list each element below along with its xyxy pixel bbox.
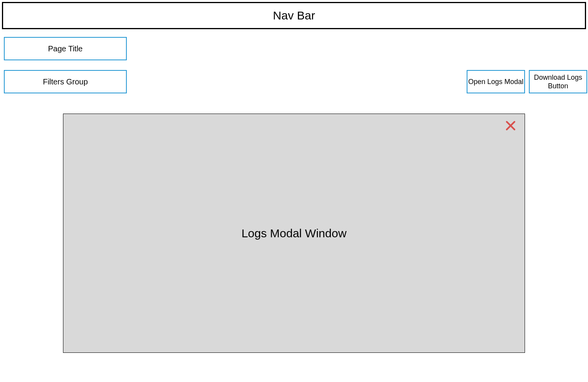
nav-bar-title: Nav Bar	[273, 9, 315, 22]
page-title: Page Title	[4, 37, 127, 60]
download-logs-button[interactable]: Download Logs Button	[529, 70, 587, 93]
nav-bar[interactable]: Nav Bar	[2, 2, 586, 29]
logs-modal-title: Logs Modal Window	[242, 227, 346, 240]
filters-group-label: Filters Group	[43, 77, 88, 86]
open-logs-modal-button[interactable]: Open Logs Modal	[467, 70, 525, 93]
close-modal-button[interactable]	[504, 119, 518, 133]
open-logs-label: Open Logs Modal	[468, 77, 523, 86]
download-logs-label: Download Logs Button	[530, 73, 586, 91]
close-icon	[505, 120, 516, 133]
filters-group[interactable]: Filters Group	[4, 70, 127, 93]
logs-modal-window: Logs Modal Window	[63, 114, 525, 353]
page-title-label: Page Title	[48, 44, 83, 53]
